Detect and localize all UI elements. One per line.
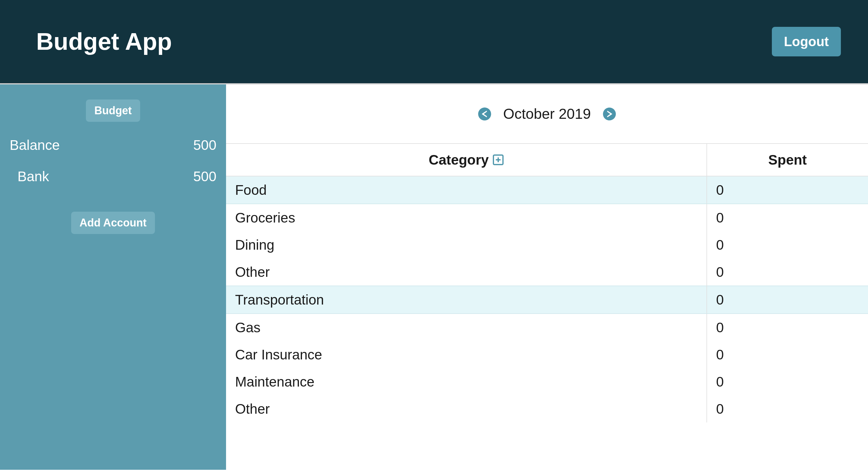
column-header-category: Category [226, 144, 707, 176]
category-header-label: Category [429, 152, 489, 168]
month-selector: October 2019 [226, 84, 868, 143]
spent-cell: 0 [707, 286, 868, 314]
spent-cell: 0 [707, 395, 868, 422]
plus-square-icon[interactable] [493, 154, 504, 166]
category-cell: Transportation [226, 286, 707, 314]
month-label: October 2019 [503, 106, 591, 122]
category-cell: Gas [226, 314, 707, 341]
spent-cell: 0 [707, 314, 868, 341]
spent-cell: 0 [707, 204, 868, 231]
content: Budget Balance 500 Bank 500 Add Account … [0, 84, 868, 470]
budget-table-container: Category Spent Food0Groceries0Di [226, 143, 868, 470]
add-account-button[interactable]: Add Account [71, 212, 155, 234]
category-cell: Food [226, 176, 707, 204]
table-row[interactable]: Maintenance0 [226, 368, 868, 395]
column-header-spent: Spent [707, 144, 868, 176]
account-row[interactable]: Bank 500 [9, 168, 217, 184]
table-row[interactable]: Food0 [226, 176, 868, 204]
spent-cell: 0 [707, 341, 868, 368]
table-row[interactable]: Dining0 [226, 231, 868, 258]
spent-cell: 0 [707, 176, 868, 204]
table-row[interactable]: Other0 [226, 395, 868, 422]
balance-label: Balance [10, 137, 60, 153]
chevron-left-icon[interactable] [478, 107, 491, 121]
chevron-right-icon[interactable] [603, 107, 616, 121]
table-row[interactable]: Groceries0 [226, 204, 868, 231]
spent-cell: 0 [707, 231, 868, 258]
category-cell: Dining [226, 231, 707, 258]
account-value: 500 [193, 168, 216, 184]
budget-table: Category Spent Food0Groceries0Di [226, 143, 868, 422]
header: Budget App Logout [0, 0, 868, 84]
logout-button[interactable]: Logout [772, 27, 841, 56]
sidebar: Budget Balance 500 Bank 500 Add Account [0, 84, 226, 470]
spent-cell: 0 [707, 258, 868, 286]
account-name: Bank [18, 168, 49, 184]
category-cell: Other [226, 258, 707, 286]
spent-cell: 0 [707, 368, 868, 395]
table-row[interactable]: Car Insurance0 [226, 341, 868, 368]
table-row[interactable]: Transportation0 [226, 286, 868, 314]
budget-nav-button[interactable]: Budget [86, 99, 140, 122]
table-row[interactable]: Gas0 [226, 314, 868, 341]
balance-row: Balance 500 [9, 137, 217, 153]
category-cell: Other [226, 395, 707, 422]
category-cell: Car Insurance [226, 341, 707, 368]
balance-value: 500 [193, 137, 216, 153]
app-title: Budget App [36, 28, 172, 56]
category-cell: Groceries [226, 204, 707, 231]
budget-table-body: Food0Groceries0Dining0Other0Transportati… [226, 176, 868, 422]
table-row[interactable]: Other0 [226, 258, 868, 286]
category-cell: Maintenance [226, 368, 707, 395]
main-content: October 2019 Category [226, 84, 868, 470]
